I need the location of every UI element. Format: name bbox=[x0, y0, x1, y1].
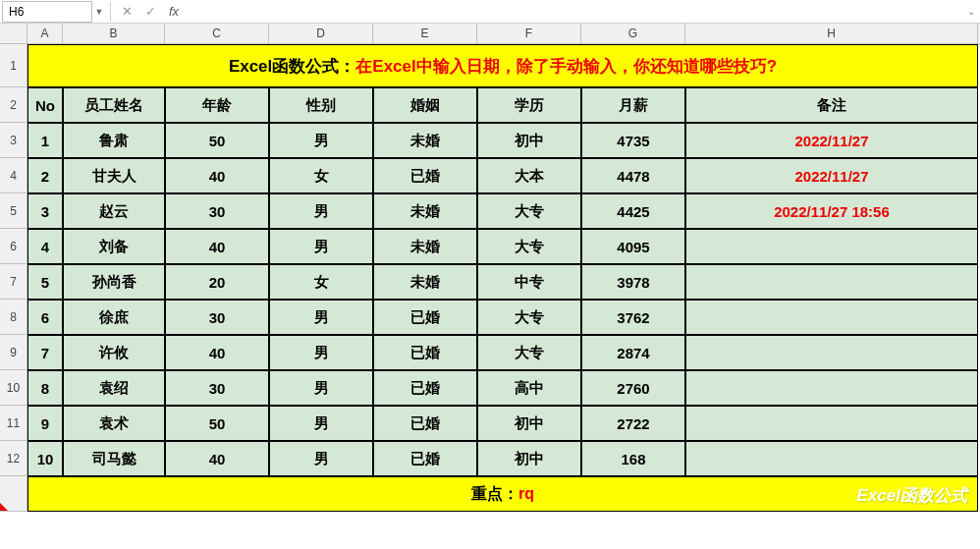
cell-gender[interactable]: 男 bbox=[269, 229, 373, 264]
fx-icon[interactable]: fx bbox=[162, 1, 186, 23]
header-marriage[interactable]: 婚姻 bbox=[373, 87, 477, 123]
cell-edu[interactable]: 大专 bbox=[477, 193, 581, 229]
cell-salary[interactable]: 2722 bbox=[581, 406, 685, 441]
cell-salary[interactable]: 4095 bbox=[581, 229, 685, 264]
cell-gender[interactable]: 男 bbox=[269, 406, 373, 441]
col-header-C[interactable]: C bbox=[165, 24, 269, 43]
name-box[interactable]: H6 bbox=[2, 1, 92, 23]
cell-marriage[interactable]: 已婚 bbox=[373, 335, 477, 370]
cell-salary[interactable]: 4425 bbox=[581, 193, 685, 229]
cell-salary[interactable]: 4735 bbox=[581, 123, 685, 158]
cell-name[interactable]: 赵云 bbox=[63, 193, 165, 229]
cell-no[interactable]: 5 bbox=[27, 264, 63, 300]
header-age[interactable]: 年龄 bbox=[165, 87, 269, 123]
cell-marriage[interactable]: 未婚 bbox=[373, 229, 477, 264]
cell-remark[interactable] bbox=[685, 406, 978, 441]
row-header-6[interactable]: 6 bbox=[0, 229, 27, 264]
cell-name[interactable]: 徐庶 bbox=[63, 300, 165, 335]
row-header-9[interactable]: 9 bbox=[0, 335, 27, 370]
cell-edu[interactable]: 初中 bbox=[477, 406, 581, 441]
cell-remark[interactable] bbox=[685, 229, 978, 264]
col-header-E[interactable]: E bbox=[373, 24, 477, 43]
row-header-4[interactable]: 4 bbox=[0, 158, 27, 193]
cell-name[interactable]: 司马懿 bbox=[63, 441, 165, 476]
cell-age[interactable]: 30 bbox=[165, 193, 269, 229]
header-salary[interactable]: 月薪 bbox=[581, 87, 685, 123]
cell-age[interactable]: 50 bbox=[165, 123, 269, 158]
cell-remark[interactable]: 2022/11/27 bbox=[685, 158, 978, 193]
row-header-10[interactable]: 10 bbox=[0, 370, 27, 406]
col-header-D[interactable]: D bbox=[269, 24, 373, 43]
cell-edu[interactable]: 大专 bbox=[477, 335, 581, 370]
name-box-dropdown-icon[interactable]: ▼ bbox=[92, 7, 106, 17]
cell-marriage[interactable]: 已婚 bbox=[373, 406, 477, 441]
cell-age[interactable]: 30 bbox=[165, 370, 269, 406]
cell-marriage[interactable]: 已婚 bbox=[373, 370, 477, 406]
cell-edu[interactable]: 大专 bbox=[477, 300, 581, 335]
cell-gender[interactable]: 男 bbox=[269, 370, 373, 406]
cell-marriage[interactable]: 未婚 bbox=[373, 264, 477, 300]
header-remark[interactable]: 备注 bbox=[685, 87, 978, 123]
row-header-3[interactable]: 3 bbox=[0, 123, 27, 158]
cell-age[interactable]: 40 bbox=[165, 229, 269, 264]
cell-age[interactable]: 40 bbox=[165, 158, 269, 193]
cell-remark[interactable] bbox=[685, 441, 978, 476]
cell-remark[interactable] bbox=[685, 370, 978, 406]
confirm-icon[interactable]: ✓ bbox=[138, 1, 162, 23]
cell-remark[interactable]: 2022/11/27 bbox=[685, 123, 978, 158]
row-header-5[interactable]: 5 bbox=[0, 193, 27, 229]
cell-remark[interactable] bbox=[685, 300, 978, 335]
row-header-12[interactable]: 12 bbox=[0, 441, 27, 476]
cell-salary[interactable]: 3978 bbox=[581, 264, 685, 300]
cell-gender[interactable]: 女 bbox=[269, 264, 373, 300]
cell-age[interactable]: 30 bbox=[165, 300, 269, 335]
cell-no[interactable]: 4 bbox=[27, 229, 63, 264]
cell-salary[interactable]: 2874 bbox=[581, 335, 685, 370]
cell-edu[interactable]: 初中 bbox=[477, 123, 581, 158]
row-header-1[interactable]: 1 bbox=[0, 44, 27, 87]
cell-gender[interactable]: 男 bbox=[269, 335, 373, 370]
cell-no[interactable]: 7 bbox=[27, 335, 63, 370]
row-header-11[interactable]: 11 bbox=[0, 406, 27, 441]
col-header-F[interactable]: F bbox=[477, 24, 581, 43]
cell-marriage[interactable]: 未婚 bbox=[373, 123, 477, 158]
header-name[interactable]: 员工姓名 bbox=[63, 87, 165, 123]
cell-age[interactable]: 50 bbox=[165, 406, 269, 441]
col-header-B[interactable]: B bbox=[63, 24, 165, 43]
cell-gender[interactable]: 男 bbox=[269, 193, 373, 229]
footer-cell[interactable]: 重点： rq Excel函数公式 bbox=[27, 476, 978, 512]
col-header-G[interactable]: G bbox=[581, 24, 685, 43]
header-gender[interactable]: 性别 bbox=[269, 87, 373, 123]
cell-no[interactable]: 1 bbox=[27, 123, 63, 158]
cell-remark[interactable] bbox=[685, 264, 978, 300]
cell-salary[interactable]: 3762 bbox=[581, 300, 685, 335]
cell-edu[interactable]: 中专 bbox=[477, 264, 581, 300]
cell-no[interactable]: 6 bbox=[27, 300, 63, 335]
cell-marriage[interactable]: 未婚 bbox=[373, 193, 477, 229]
cell-edu[interactable]: 高中 bbox=[477, 370, 581, 406]
cell-marriage[interactable]: 已婚 bbox=[373, 441, 477, 476]
cell-gender[interactable]: 女 bbox=[269, 158, 373, 193]
row-header-8[interactable]: 8 bbox=[0, 300, 27, 335]
select-all-corner[interactable] bbox=[0, 24, 27, 43]
header-no[interactable]: No bbox=[27, 87, 63, 123]
cell-name[interactable]: 刘备 bbox=[63, 229, 165, 264]
cell-name[interactable]: 袁术 bbox=[63, 406, 165, 441]
cell-marriage[interactable]: 已婚 bbox=[373, 300, 477, 335]
cell-no[interactable]: 9 bbox=[27, 406, 63, 441]
cell-name[interactable]: 袁绍 bbox=[63, 370, 165, 406]
cell-remark[interactable] bbox=[685, 335, 978, 370]
cancel-icon[interactable]: ✕ bbox=[115, 1, 138, 23]
title-cell[interactable]: Excel函数公式： 在Excel中输入日期，除了手动输入，你还知道哪些技巧? bbox=[27, 44, 978, 87]
cell-gender[interactable]: 男 bbox=[269, 123, 373, 158]
cell-name[interactable]: 孙尚香 bbox=[63, 264, 165, 300]
row-header-13[interactable] bbox=[0, 476, 27, 512]
col-header-A[interactable]: A bbox=[27, 24, 63, 43]
cell-age[interactable]: 40 bbox=[165, 335, 269, 370]
cell-no[interactable]: 2 bbox=[27, 158, 63, 193]
cell-name[interactable]: 许攸 bbox=[63, 335, 165, 370]
cell-salary[interactable]: 168 bbox=[581, 441, 685, 476]
col-header-H[interactable]: H bbox=[685, 24, 978, 43]
cell-gender[interactable]: 男 bbox=[269, 300, 373, 335]
cell-salary[interactable]: 2760 bbox=[581, 370, 685, 406]
